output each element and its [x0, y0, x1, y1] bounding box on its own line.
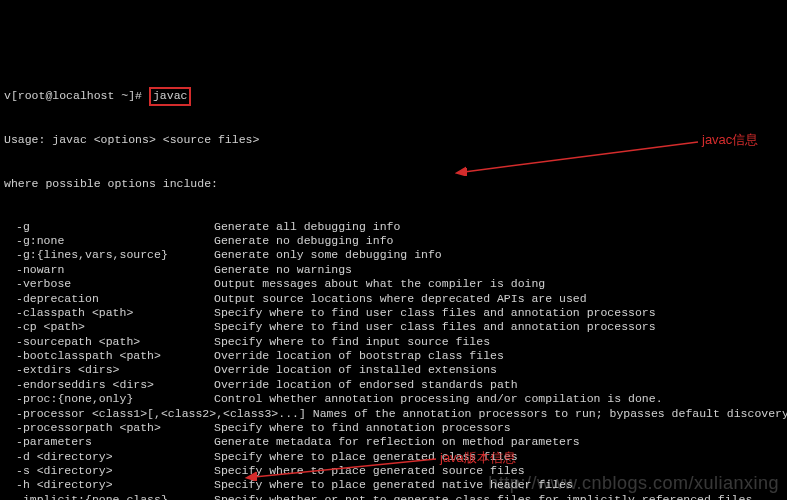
- option-row: -endorseddirs <dirs>Override location of…: [4, 378, 783, 392]
- option-flag: -h <directory>: [4, 478, 214, 492]
- option-flag: -bootclasspath <path>: [4, 349, 214, 363]
- option-flag: -cp <path>: [4, 320, 214, 334]
- option-desc: Generate all debugging info: [214, 220, 783, 234]
- option-flag: -g: [4, 220, 214, 234]
- arrow-javac-info: [460, 140, 700, 180]
- option-desc: Output messages about what the compiler …: [214, 277, 783, 291]
- option-flag: -d <directory>: [4, 450, 214, 464]
- option-desc: Control whether annotation processing an…: [214, 392, 783, 406]
- option-desc: Override location of endorsed standards …: [214, 378, 783, 392]
- option-desc: Generate metadata for reflection on meth…: [214, 435, 783, 449]
- option-row: -bootclasspath <path>Override location o…: [4, 349, 783, 363]
- option-flag: -parameters: [4, 435, 214, 449]
- option-row: -processorpath <path>Specify where to fi…: [4, 421, 783, 435]
- prompt-prefix: v[root@localhost ~]#: [4, 89, 149, 102]
- option-flag: -implicit:{none,class}: [4, 493, 214, 500]
- option-row: -cp <path>Specify where to find user cla…: [4, 320, 783, 334]
- terminal-output: v[root@localhost ~]# javac Usage: javac …: [0, 58, 787, 501]
- option-flag: -endorseddirs <dirs>: [4, 378, 214, 392]
- option-flag: -extdirs <dirs>: [4, 363, 214, 377]
- option-flag: -processor <class1>[,<class2>,<class3>..…: [4, 407, 783, 421]
- option-row: -proc:{none,only}Control whether annotat…: [4, 392, 783, 406]
- option-row: -extdirs <dirs>Override location of inst…: [4, 363, 783, 377]
- option-row: -nowarnGenerate no warnings: [4, 263, 783, 277]
- option-row: -g:{lines,vars,source}Generate only some…: [4, 248, 783, 262]
- option-row: -g:noneGenerate no debugging info: [4, 234, 783, 248]
- option-desc: Specify where to find annotation process…: [214, 421, 783, 435]
- svg-line-0: [464, 142, 698, 172]
- prompt-line-1[interactable]: v[root@localhost ~]# javac: [4, 88, 783, 104]
- option-flag: -g:none: [4, 234, 214, 248]
- option-desc: Override location of installed extension…: [214, 363, 783, 377]
- option-row: -parametersGenerate metadata for reflect…: [4, 435, 783, 449]
- option-desc: Override location of bootstrap class fil…: [214, 349, 783, 363]
- option-desc: Generate no debugging info: [214, 234, 783, 248]
- annotation-java-version-info: java版本信息: [440, 450, 516, 466]
- svg-line-1: [254, 459, 436, 477]
- option-flag: -g:{lines,vars,source}: [4, 248, 214, 262]
- arrow-java-version-info: [250, 455, 440, 485]
- option-flag: -proc:{none,only}: [4, 392, 214, 406]
- watermark: http://www.cnblogs.com/xulianxing: [488, 472, 779, 495]
- option-desc: Output source locations where deprecated…: [214, 292, 783, 306]
- option-row: -classpath <path>Specify where to find u…: [4, 306, 783, 320]
- option-desc: Generate no warnings: [214, 263, 783, 277]
- option-row: -gGenerate all debugging info: [4, 220, 783, 234]
- option-flag: -processorpath <path>: [4, 421, 214, 435]
- option-flag: -s <directory>: [4, 464, 214, 478]
- option-desc: Specify where to find user class files a…: [214, 306, 783, 320]
- option-flag: -sourcepath <path>: [4, 335, 214, 349]
- option-desc: Generate only some debugging info: [214, 248, 783, 262]
- option-desc: Specify where to find user class files a…: [214, 320, 783, 334]
- annotation-javac-info: javac信息: [702, 132, 758, 148]
- command-javac-highlight: javac: [149, 87, 192, 105]
- option-flag: -classpath <path>: [4, 306, 214, 320]
- option-flag: -verbose: [4, 277, 214, 291]
- option-row: -deprecationOutput source locations wher…: [4, 292, 783, 306]
- option-row: -sourcepath <path>Specify where to find …: [4, 335, 783, 349]
- option-desc: Specify where to find input source files: [214, 335, 783, 349]
- option-row: -verboseOutput messages about what the c…: [4, 277, 783, 291]
- option-flag: -nowarn: [4, 263, 214, 277]
- option-flag: -deprecation: [4, 292, 214, 306]
